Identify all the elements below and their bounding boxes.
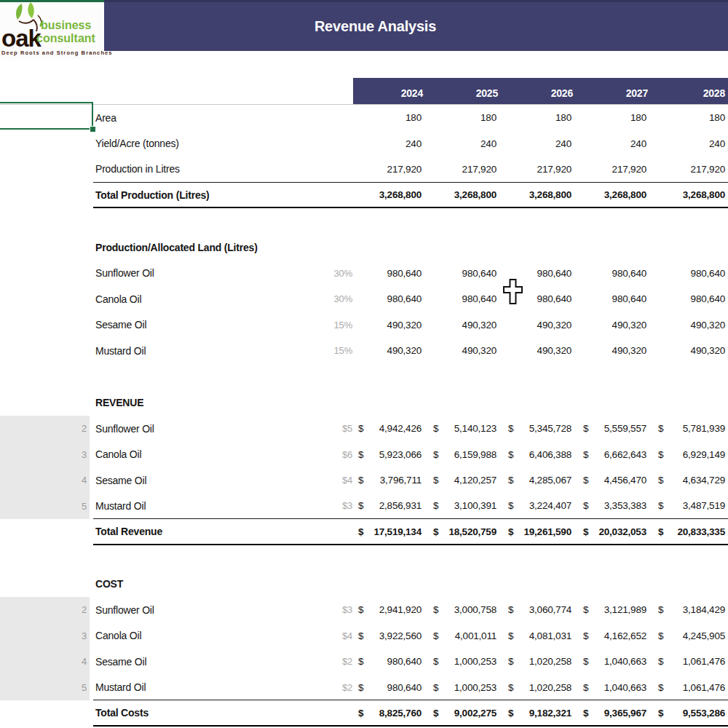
value-cell[interactable]: $6,406,388 bbox=[503, 442, 578, 468]
value-cell[interactable]: $4,081,031 bbox=[503, 623, 578, 649]
rate-cell[interactable]: $4 bbox=[326, 467, 353, 494]
value-cell[interactable]: $20,032,053 bbox=[578, 519, 653, 545]
value-cell[interactable]: 217,920 bbox=[428, 157, 503, 183]
rate-cell[interactable]: $3 bbox=[326, 597, 353, 623]
rate-cell[interactable]: $2 bbox=[326, 675, 353, 701]
value-cell[interactable]: 980,640 bbox=[653, 260, 728, 286]
row-label[interactable]: Canola Oil bbox=[93, 623, 326, 649]
value-cell[interactable]: 490,320 bbox=[578, 338, 653, 364]
row-number[interactable]: 4 bbox=[0, 649, 93, 675]
value-cell[interactable]: 3,268,800 bbox=[428, 183, 503, 209]
row-label[interactable]: Total Production (Litres) bbox=[93, 183, 326, 209]
value-cell[interactable]: 490,320 bbox=[353, 312, 428, 339]
value-cell[interactable]: $2,941,920 bbox=[353, 597, 428, 623]
value-cell[interactable]: 490,320 bbox=[653, 312, 728, 339]
value-cell[interactable]: $20,833,335 bbox=[653, 519, 728, 545]
value-cell[interactable]: $3,000,758 bbox=[428, 597, 503, 623]
value-cell[interactable]: $9,182,321 bbox=[503, 700, 578, 727]
value-cell[interactable]: $5,923,066 bbox=[353, 442, 428, 468]
value-cell[interactable]: 490,320 bbox=[503, 338, 578, 364]
value-cell[interactable]: $5,781,939 bbox=[653, 416, 728, 442]
value-cell[interactable]: 240 bbox=[353, 131, 428, 157]
row-number[interactable]: 3 bbox=[0, 442, 93, 468]
rate-cell[interactable]: $6 bbox=[326, 442, 353, 468]
row-label[interactable]: Area bbox=[93, 105, 326, 131]
value-cell[interactable]: $1,061,476 bbox=[653, 649, 728, 675]
row-label[interactable]: Total Costs bbox=[93, 700, 326, 727]
value-cell[interactable]: 240 bbox=[578, 131, 653, 157]
year-header-cell[interactable]: 2025 bbox=[428, 78, 503, 104]
value-cell[interactable]: $6,662,643 bbox=[578, 442, 653, 468]
active-cell-selection[interactable] bbox=[0, 102, 93, 130]
value-cell[interactable]: 180 bbox=[503, 105, 578, 131]
value-cell[interactable]: 180 bbox=[428, 105, 503, 131]
row-number[interactable]: 5 bbox=[0, 494, 93, 520]
year-header-cell[interactable]: 2026 bbox=[503, 78, 578, 104]
row-label[interactable]: Yield/Acre (tonnes) bbox=[93, 131, 326, 157]
value-cell[interactable]: 3,268,800 bbox=[503, 183, 578, 209]
value-cell[interactable]: $3,922,560 bbox=[353, 623, 428, 649]
row-label[interactable]: Sesame Oil bbox=[93, 312, 326, 339]
value-cell[interactable]: $18,520,759 bbox=[428, 519, 503, 545]
value-cell-empty[interactable] bbox=[503, 389, 578, 416]
row-number[interactable]: 2 bbox=[0, 597, 93, 623]
rate-cell[interactable]: $3 bbox=[326, 494, 353, 520]
value-cell[interactable]: $5,140,123 bbox=[428, 416, 503, 442]
value-cell[interactable]: $5,559,557 bbox=[578, 416, 653, 442]
row-label[interactable]: REVENUE bbox=[93, 389, 326, 416]
value-cell[interactable]: $4,162,652 bbox=[578, 623, 653, 649]
value-cell-empty[interactable] bbox=[653, 234, 728, 261]
value-cell[interactable]: $3,100,391 bbox=[428, 494, 503, 520]
value-cell[interactable]: 217,920 bbox=[653, 157, 728, 183]
value-cell[interactable]: $6,929,149 bbox=[653, 442, 728, 468]
value-cell[interactable]: $1,020,258 bbox=[503, 649, 578, 675]
value-cell[interactable]: 980,640 bbox=[578, 286, 653, 312]
value-cell[interactable]: $9,365,967 bbox=[578, 700, 653, 727]
value-cell[interactable]: $4,120,257 bbox=[428, 467, 503, 494]
value-cell-empty[interactable] bbox=[428, 389, 503, 416]
value-cell[interactable]: $3,060,774 bbox=[503, 597, 578, 623]
value-cell-empty[interactable] bbox=[428, 234, 503, 261]
row-label[interactable]: Mustard Oil bbox=[93, 494, 326, 520]
value-cell[interactable]: $4,245,905 bbox=[653, 623, 728, 649]
value-cell[interactable]: 980,640 bbox=[353, 260, 428, 286]
value-cell[interactable]: $3,121,989 bbox=[578, 597, 653, 623]
value-cell[interactable]: 490,320 bbox=[653, 338, 728, 364]
value-cell[interactable]: 980,640 bbox=[428, 260, 503, 286]
value-cell-empty[interactable] bbox=[503, 234, 578, 261]
value-cell[interactable]: 240 bbox=[428, 131, 503, 157]
value-cell[interactable]: $1,040,663 bbox=[578, 675, 653, 701]
value-cell[interactable]: $9,553,286 bbox=[653, 700, 728, 727]
value-cell-empty[interactable] bbox=[653, 389, 728, 416]
value-cell[interactable]: $1,061,476 bbox=[653, 675, 728, 701]
row-label[interactable]: Production/Allocated Land (Litres) bbox=[93, 234, 326, 261]
row-label[interactable]: Total Revenue bbox=[93, 519, 326, 545]
row-number[interactable]: 2 bbox=[0, 416, 93, 442]
value-cell[interactable]: $3,224,407 bbox=[503, 494, 578, 520]
value-cell-empty[interactable] bbox=[353, 389, 428, 416]
rate-cell[interactable]: $5 bbox=[326, 416, 353, 442]
value-cell[interactable]: $4,634,729 bbox=[653, 467, 728, 494]
row-label[interactable]: Sunflower Oil bbox=[93, 260, 326, 286]
row-label[interactable]: Production in Litres bbox=[93, 157, 326, 183]
row-label[interactable]: Sesame Oil bbox=[93, 467, 326, 494]
row-label[interactable]: Sunflower Oil bbox=[93, 597, 326, 623]
value-cell[interactable]: 980,640 bbox=[428, 286, 503, 312]
value-cell[interactable]: 217,920 bbox=[503, 157, 578, 183]
value-cell[interactable]: 3,268,800 bbox=[653, 183, 728, 209]
value-cell[interactable]: 180 bbox=[653, 105, 728, 131]
row-label[interactable]: Sesame Oil bbox=[93, 649, 326, 675]
row-label[interactable]: Canola Oil bbox=[93, 442, 326, 468]
value-cell[interactable]: $3,184,429 bbox=[653, 597, 728, 623]
value-cell-empty[interactable] bbox=[653, 571, 728, 597]
value-cell[interactable]: 490,320 bbox=[353, 338, 428, 364]
value-cell[interactable]: 180 bbox=[578, 105, 653, 131]
rate-cell[interactable]: 30% bbox=[326, 260, 353, 286]
value-cell[interactable]: $1,040,663 bbox=[578, 649, 653, 675]
rate-cell[interactable]: $2 bbox=[326, 649, 353, 675]
value-cell[interactable]: 980,640 bbox=[353, 286, 428, 312]
value-cell[interactable]: 980,640 bbox=[578, 260, 653, 286]
value-cell[interactable]: 490,320 bbox=[428, 312, 503, 339]
value-cell[interactable]: 980,640 bbox=[653, 286, 728, 312]
value-cell[interactable]: $4,285,067 bbox=[503, 467, 578, 494]
